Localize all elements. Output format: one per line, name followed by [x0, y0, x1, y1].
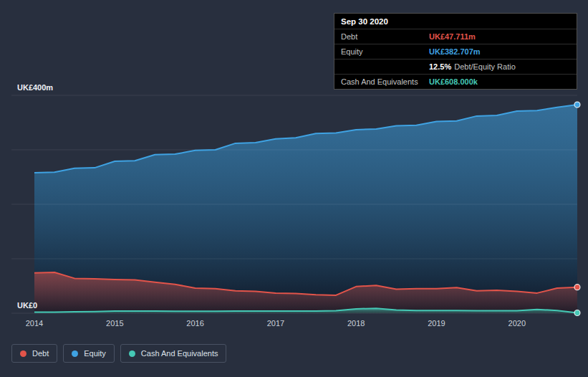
tooltip-equity-label: Equity	[341, 47, 429, 56]
tooltip-debt-label: Debt	[341, 32, 429, 41]
equity-end-dot	[574, 102, 580, 108]
tooltip-ratio-percent: 12.5%	[429, 62, 451, 71]
legend-label-debt: Debt	[32, 349, 49, 358]
legend-label-equity: Equity	[84, 349, 106, 358]
y-axis-label-bottom: UK£0	[17, 301, 37, 310]
equity-dot-icon	[72, 350, 78, 357]
cash-dot-icon	[129, 350, 135, 357]
legend-label-cash: Cash And Equivalents	[141, 349, 218, 358]
x-tick-label-2017: 2017	[267, 319, 284, 328]
debt-dot-icon	[20, 350, 26, 357]
chart-tooltip: Sep 30 2020 Debt UK£47.711m Equity UK£38…	[334, 13, 577, 90]
debt-end-dot	[574, 285, 580, 290]
tooltip-debt-value: UK£47.711m	[429, 32, 476, 41]
x-tick-label-2014: 2014	[26, 319, 43, 328]
tooltip-ratio-text: Debt/Equity Ratio	[454, 62, 516, 71]
legend-item-debt[interactable]: Debt	[11, 344, 57, 363]
tooltip-cash-row: Cash And Equivalents UK£608.000k	[334, 75, 577, 89]
debt-equity-history-panel: 2014201520162017201820192020 UK£400m UK£…	[0, 0, 588, 377]
chart-legend: Debt Equity Cash And Equivalents	[11, 344, 226, 363]
tooltip-cash-label: Cash And Equivalents	[341, 77, 429, 86]
x-tick-label-2020: 2020	[509, 319, 526, 328]
cash-end-dot	[574, 310, 580, 316]
tooltip-equity-row: Equity UK£382.707m	[334, 44, 577, 59]
legend-item-cash[interactable]: Cash And Equivalents	[120, 344, 227, 363]
x-tick-label-2019: 2019	[428, 319, 445, 328]
tooltip-debt-row: Debt UK£47.711m	[334, 29, 577, 44]
tooltip-equity-value: UK£382.707m	[429, 47, 481, 56]
tooltip-ratio-row: 12.5%Debt/Equity Ratio	[334, 59, 577, 75]
tooltip-ratio-value: 12.5%Debt/Equity Ratio	[429, 62, 516, 71]
x-tick-label-2018: 2018	[347, 319, 365, 328]
legend-item-equity[interactable]: Equity	[63, 344, 115, 363]
x-tick-label-2016: 2016	[186, 319, 203, 328]
x-tick-label-2015: 2015	[106, 319, 123, 328]
tooltip-cash-value: UK£608.000k	[429, 77, 478, 86]
tooltip-date: Sep 30 2020	[334, 14, 577, 29]
y-axis-label-top: UK£400m	[17, 83, 53, 92]
